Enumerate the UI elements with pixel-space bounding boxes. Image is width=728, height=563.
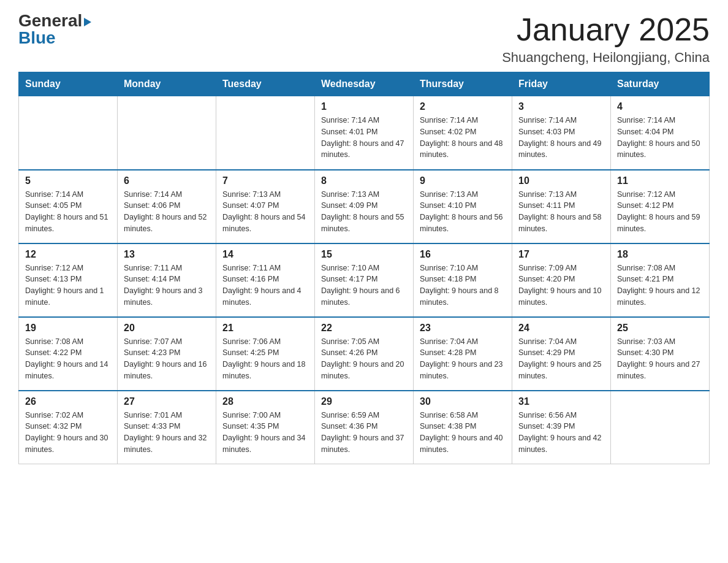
day-info: Sunrise: 7:14 AM Sunset: 4:02 PM Dayligh… — [420, 115, 506, 161]
calendar-cell-w4-d3: 21Sunrise: 7:06 AM Sunset: 4:25 PM Dayli… — [216, 317, 315, 391]
day-info: Sunrise: 7:14 AM Sunset: 4:04 PM Dayligh… — [617, 115, 703, 161]
day-number: 16 — [420, 249, 506, 260]
day-number: 7 — [222, 175, 308, 186]
day-number: 10 — [518, 175, 604, 186]
day-info: Sunrise: 7:14 AM Sunset: 4:05 PM Dayligh… — [25, 189, 111, 235]
calendar-week-3: 12Sunrise: 7:12 AM Sunset: 4:13 PM Dayli… — [19, 243, 710, 317]
day-info: Sunrise: 7:14 AM Sunset: 4:01 PM Dayligh… — [321, 115, 407, 161]
day-info: Sunrise: 7:06 AM Sunset: 4:25 PM Dayligh… — [222, 336, 308, 382]
calendar-cell-w2-d5: 9Sunrise: 7:13 AM Sunset: 4:10 PM Daylig… — [414, 170, 512, 243]
calendar-cell-w5-d1: 26Sunrise: 7:02 AM Sunset: 4:32 PM Dayli… — [19, 391, 118, 464]
header-thursday: Thursday — [414, 72, 512, 96]
logo-triangle-icon — [84, 18, 91, 26]
calendar-week-2: 5Sunrise: 7:14 AM Sunset: 4:05 PM Daylig… — [19, 170, 710, 243]
day-number: 21 — [222, 323, 308, 334]
calendar-cell-w3-d5: 16Sunrise: 7:10 AM Sunset: 4:18 PM Dayli… — [414, 243, 512, 317]
calendar-cell-w1-d6: 3Sunrise: 7:14 AM Sunset: 4:03 PM Daylig… — [512, 96, 611, 170]
day-number: 4 — [617, 101, 703, 112]
day-number: 19 — [25, 323, 111, 334]
day-number: 14 — [222, 249, 308, 260]
calendar-cell-w4-d1: 19Sunrise: 7:08 AM Sunset: 4:22 PM Dayli… — [19, 317, 118, 391]
calendar-cell-w3-d3: 14Sunrise: 7:11 AM Sunset: 4:16 PM Dayli… — [216, 243, 315, 317]
day-info: Sunrise: 7:10 AM Sunset: 4:18 PM Dayligh… — [420, 262, 506, 308]
day-info: Sunrise: 7:14 AM Sunset: 4:06 PM Dayligh… — [124, 189, 210, 235]
day-info: Sunrise: 7:11 AM Sunset: 4:14 PM Dayligh… — [124, 262, 210, 308]
day-number: 15 — [321, 249, 407, 260]
day-number: 18 — [617, 249, 703, 260]
calendar-week-5: 26Sunrise: 7:02 AM Sunset: 4:32 PM Dayli… — [19, 391, 710, 464]
day-info: Sunrise: 6:59 AM Sunset: 4:36 PM Dayligh… — [321, 410, 407, 456]
page-header: General Blue January 2025 Shuangcheng, H… — [18, 12, 710, 66]
day-number: 22 — [321, 323, 407, 334]
header-tuesday: Tuesday — [216, 72, 315, 96]
day-number: 11 — [617, 175, 703, 186]
calendar-cell-w2-d3: 7Sunrise: 7:13 AM Sunset: 4:07 PM Daylig… — [216, 170, 315, 243]
logo-blue-text: Blue — [18, 28, 56, 47]
day-number: 9 — [420, 175, 506, 186]
calendar-cell-w5-d5: 30Sunrise: 6:58 AM Sunset: 4:38 PM Dayli… — [414, 391, 512, 464]
day-info: Sunrise: 7:00 AM Sunset: 4:35 PM Dayligh… — [222, 410, 308, 456]
calendar-cell-w1-d5: 2Sunrise: 7:14 AM Sunset: 4:02 PM Daylig… — [414, 96, 512, 170]
day-info: Sunrise: 7:02 AM Sunset: 4:32 PM Dayligh… — [25, 410, 111, 456]
logo-general-text: General — [18, 12, 82, 29]
calendar-cell-w1-d2 — [118, 96, 216, 170]
day-info: Sunrise: 7:08 AM Sunset: 4:21 PM Dayligh… — [617, 262, 703, 308]
day-info: Sunrise: 7:01 AM Sunset: 4:33 PM Dayligh… — [124, 410, 210, 456]
day-number: 13 — [124, 249, 210, 260]
day-info: Sunrise: 7:12 AM Sunset: 4:13 PM Dayligh… — [25, 262, 111, 308]
header-saturday: Saturday — [611, 72, 710, 96]
day-info: Sunrise: 7:07 AM Sunset: 4:23 PM Dayligh… — [124, 336, 210, 382]
calendar-cell-w5-d4: 29Sunrise: 6:59 AM Sunset: 4:36 PM Dayli… — [315, 391, 414, 464]
day-number: 1 — [321, 101, 407, 112]
calendar-header-row: Sunday Monday Tuesday Wednesday Thursday… — [19, 72, 710, 96]
calendar-cell-w4-d7: 25Sunrise: 7:03 AM Sunset: 4:30 PM Dayli… — [611, 317, 710, 391]
day-info: Sunrise: 7:08 AM Sunset: 4:22 PM Dayligh… — [25, 336, 111, 382]
day-number: 27 — [124, 396, 210, 407]
day-info: Sunrise: 7:05 AM Sunset: 4:26 PM Dayligh… — [321, 336, 407, 382]
day-number: 26 — [25, 396, 111, 407]
day-number: 5 — [25, 175, 111, 186]
day-info: Sunrise: 7:03 AM Sunset: 4:30 PM Dayligh… — [617, 336, 703, 382]
day-number: 12 — [25, 249, 111, 260]
calendar-cell-w5-d3: 28Sunrise: 7:00 AM Sunset: 4:35 PM Dayli… — [216, 391, 315, 464]
day-number: 28 — [222, 396, 308, 407]
calendar-cell-w2-d6: 10Sunrise: 7:13 AM Sunset: 4:11 PM Dayli… — [512, 170, 611, 243]
day-info: Sunrise: 7:12 AM Sunset: 4:12 PM Dayligh… — [617, 189, 703, 235]
calendar-cell-w1-d1 — [19, 96, 118, 170]
month-title: January 2025 — [502, 12, 710, 47]
day-number: 31 — [518, 396, 604, 407]
calendar-cell-w4-d2: 20Sunrise: 7:07 AM Sunset: 4:23 PM Dayli… — [118, 317, 216, 391]
calendar-cell-w5-d2: 27Sunrise: 7:01 AM Sunset: 4:33 PM Dayli… — [118, 391, 216, 464]
day-info: Sunrise: 7:09 AM Sunset: 4:20 PM Dayligh… — [518, 262, 604, 308]
day-info: Sunrise: 7:04 AM Sunset: 4:29 PM Dayligh… — [518, 336, 604, 382]
day-number: 3 — [518, 101, 604, 112]
day-number: 20 — [124, 323, 210, 334]
day-number: 25 — [617, 323, 703, 334]
calendar-cell-w5-d7 — [611, 391, 710, 464]
day-info: Sunrise: 7:14 AM Sunset: 4:03 PM Dayligh… — [518, 115, 604, 161]
day-number: 24 — [518, 323, 604, 334]
day-number: 30 — [420, 396, 506, 407]
header-friday: Friday — [512, 72, 611, 96]
calendar-cell-w3-d7: 18Sunrise: 7:08 AM Sunset: 4:21 PM Dayli… — [611, 243, 710, 317]
calendar-cell-w3-d2: 13Sunrise: 7:11 AM Sunset: 4:14 PM Dayli… — [118, 243, 216, 317]
calendar-cell-w2-d1: 5Sunrise: 7:14 AM Sunset: 4:05 PM Daylig… — [19, 170, 118, 243]
calendar-cell-w4-d6: 24Sunrise: 7:04 AM Sunset: 4:29 PM Dayli… — [512, 317, 611, 391]
header-wednesday: Wednesday — [315, 72, 414, 96]
calendar-cell-w4-d5: 23Sunrise: 7:04 AM Sunset: 4:28 PM Dayli… — [414, 317, 512, 391]
header-sunday: Sunday — [19, 72, 118, 96]
day-info: Sunrise: 6:58 AM Sunset: 4:38 PM Dayligh… — [420, 410, 506, 456]
calendar-cell-w1-d3 — [216, 96, 315, 170]
day-number: 2 — [420, 101, 506, 112]
calendar-table: Sunday Monday Tuesday Wednesday Thursday… — [18, 72, 710, 464]
day-info: Sunrise: 7:11 AM Sunset: 4:16 PM Dayligh… — [222, 262, 308, 308]
day-number: 17 — [518, 249, 604, 260]
calendar-cell-w2-d2: 6Sunrise: 7:14 AM Sunset: 4:06 PM Daylig… — [118, 170, 216, 243]
calendar-cell-w3-d6: 17Sunrise: 7:09 AM Sunset: 4:20 PM Dayli… — [512, 243, 611, 317]
day-number: 29 — [321, 396, 407, 407]
calendar-cell-w1-d4: 1Sunrise: 7:14 AM Sunset: 4:01 PM Daylig… — [315, 96, 414, 170]
logo: General Blue — [18, 12, 91, 47]
calendar-cell-w3-d1: 12Sunrise: 7:12 AM Sunset: 4:13 PM Dayli… — [19, 243, 118, 317]
calendar-cell-w2-d4: 8Sunrise: 7:13 AM Sunset: 4:09 PM Daylig… — [315, 170, 414, 243]
day-info: Sunrise: 7:13 AM Sunset: 4:09 PM Dayligh… — [321, 189, 407, 235]
